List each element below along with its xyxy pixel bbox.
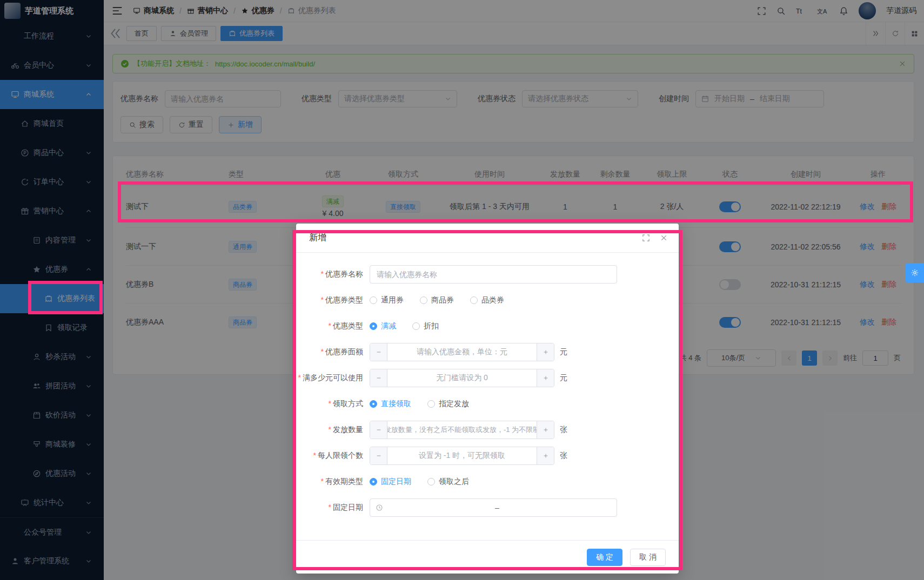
plus-icon[interactable] xyxy=(537,421,554,439)
min-spend-stepper[interactable]: 无门槛请设为 0 xyxy=(370,369,554,387)
dialog-body: *优惠券名称 *优惠券类型 通用券 商品券 品类券 *优惠类型 满减 折扣 xyxy=(296,253,679,521)
minus-icon[interactable] xyxy=(370,369,387,387)
field-min-spend: *满多少元可以使用 无门槛请设为 0 元 xyxy=(296,365,679,391)
cancel-button[interactable]: 取 消 xyxy=(630,549,666,566)
radio-product-coupon[interactable]: 商品券 xyxy=(420,295,454,305)
plus-icon[interactable] xyxy=(537,343,554,361)
face-value-stepper[interactable]: 请输入优惠金额，单位：元 xyxy=(370,343,554,361)
field-validity-type: *有效期类型 固定日期 领取之后 xyxy=(296,469,679,495)
coupon-name-input[interactable] xyxy=(370,265,617,284)
field-issue-quantity: *发放数量 发放数量，没有之后不能领取或发放，-1 为不限制 张 xyxy=(296,417,679,443)
per-user-limit-stepper[interactable]: 设置为 -1 时，可无限领取 xyxy=(370,447,554,465)
radio-direct-claim[interactable]: 直接领取 xyxy=(370,399,411,409)
minus-icon[interactable] xyxy=(370,343,387,361)
issue-quantity-stepper[interactable]: 发放数量，没有之后不能领取或发放，-1 为不限制 xyxy=(370,421,554,439)
minus-icon[interactable] xyxy=(370,421,387,439)
app-screen: 芋道管理系统 工作流程 会员中心 商城系统 商城首页 商品中心 订单中心 xyxy=(0,0,924,580)
radio-discount[interactable]: 折扣 xyxy=(412,321,439,331)
fixed-date-range-input[interactable]: – xyxy=(370,498,617,517)
radio-category-coupon[interactable]: 品类券 xyxy=(470,295,504,305)
field-coupon-type: *优惠券类型 通用券 商品券 品类券 xyxy=(296,287,679,313)
field-discount-type: *优惠类型 满减 折扣 xyxy=(296,313,679,339)
minus-icon[interactable] xyxy=(370,447,387,464)
close-icon[interactable] xyxy=(660,234,668,242)
settings-drawer-button[interactable] xyxy=(906,263,924,282)
fullscreen-icon[interactable] xyxy=(642,234,650,242)
dialog-title: 新增 xyxy=(309,232,326,244)
field-per-user-limit: *每人限领个数 设置为 -1 时，可无限领取 张 xyxy=(296,443,679,469)
field-coupon-face-value: *优惠券面额 请输入优惠金额，单位：元 元 xyxy=(296,339,679,365)
plus-icon[interactable] xyxy=(537,447,554,464)
gear-icon xyxy=(910,268,919,277)
field-coupon-name: *优惠券名称 xyxy=(296,261,679,287)
radio-full-reduction[interactable]: 满减 xyxy=(370,321,396,331)
dialog-footer: 确 定 取 消 xyxy=(296,540,679,574)
radio-fixed-date[interactable]: 固定日期 xyxy=(370,477,411,487)
radio-general-coupon[interactable]: 通用券 xyxy=(370,295,404,305)
plus-icon[interactable] xyxy=(537,369,554,387)
clock-icon xyxy=(376,504,383,511)
radio-after-claim[interactable]: 领取之后 xyxy=(427,477,469,487)
confirm-button[interactable]: 确 定 xyxy=(587,549,622,566)
add-coupon-dialog: 新增 *优惠券名称 *优惠券类型 通用券 商品券 品类券 *优惠类型 xyxy=(296,224,679,574)
field-claim-method: *领取方式 直接领取 指定发放 xyxy=(296,391,679,417)
radio-designated-issue[interactable]: 指定发放 xyxy=(427,399,469,409)
field-fixed-date: *固定日期 – xyxy=(296,495,679,521)
dialog-header: 新增 xyxy=(296,224,679,253)
